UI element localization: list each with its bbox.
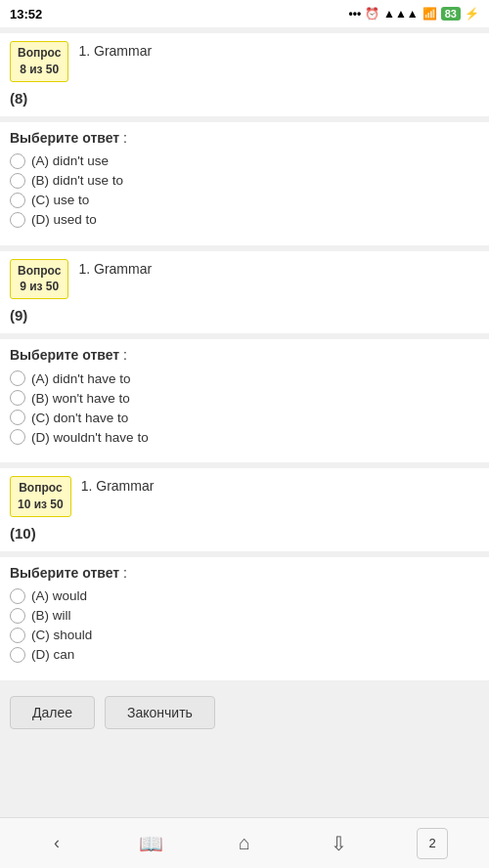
home-button[interactable]: ⌂ <box>225 824 264 863</box>
page-number-badge: 2 <box>417 828 448 859</box>
radio-8-d[interactable] <box>10 212 25 228</box>
option-10-b[interactable]: (B) will <box>10 608 479 624</box>
radio-10-c[interactable] <box>10 628 25 643</box>
scroll-content: Вопрос 8 из 50 1. Grammar (8) Выберите о… <box>0 27 489 817</box>
option-10-d[interactable]: (D) can <box>10 647 479 663</box>
option-text-10-d: (D) can <box>31 647 74 662</box>
option-text-9-c: (C) don't have to <box>31 411 128 425</box>
question-block-8: Вопрос 8 из 50 1. Grammar (8) <box>0 33 489 116</box>
option-8-d[interactable]: (D) used to <box>10 212 479 228</box>
option-text-8-c: (C) use to <box>31 193 89 207</box>
question-header-9: Вопрос 9 из 50 1. Grammar <box>0 251 489 304</box>
question-number-10: (10) <box>0 521 489 551</box>
option-text-8-d: (D) used to <box>31 212 97 227</box>
question-label-8: Вопрос 8 из 50 <box>10 41 68 82</box>
option-9-a[interactable]: (A) didn't have to <box>10 370 479 386</box>
option-text-9-d: (D) wouldn't have to <box>31 430 149 445</box>
bottom-buttons: Далее Закончить <box>0 686 489 739</box>
home-icon: ⌂ <box>239 832 250 854</box>
answer-section-8: Выберите ответ : (A) didn't use (B) didn… <box>0 122 489 245</box>
option-text-10-c: (C) should <box>31 628 92 642</box>
radio-9-b[interactable] <box>10 390 25 406</box>
grammar-label-8: 1. Grammar <box>78 41 152 59</box>
option-9-d[interactable]: (D) wouldn't have to <box>10 429 479 445</box>
back-button[interactable]: ‹ <box>37 824 76 863</box>
status-time: 13:52 <box>10 7 42 22</box>
option-8-c[interactable]: (C) use to <box>10 193 479 208</box>
bookmarks-button[interactable]: 📖 <box>131 824 170 863</box>
option-9-b[interactable]: (B) won't have to <box>10 390 479 406</box>
radio-8-a[interactable] <box>10 153 25 169</box>
prompt-10: Выберите ответ : <box>10 565 479 581</box>
question-number-8: (8) <box>0 86 489 116</box>
download-button[interactable]: ⇩ <box>319 824 358 863</box>
prompt-8: Выберите ответ : <box>10 130 479 146</box>
answer-section-9: Выберите ответ : (A) didn't have to (B) … <box>0 339 489 462</box>
radio-9-a[interactable] <box>10 370 25 386</box>
question-block-10: Вопрос 10 из 50 1. Grammar (10) <box>0 468 489 551</box>
option-9-c[interactable]: (C) don't have to <box>10 410 479 425</box>
radio-10-a[interactable] <box>10 588 25 604</box>
radio-9-d[interactable] <box>10 429 25 445</box>
radio-8-b[interactable] <box>10 173 25 189</box>
page-number-button[interactable]: 2 <box>413 824 452 863</box>
option-text-10-a: (A) would <box>31 588 87 603</box>
prompt-9: Выберите ответ : <box>10 347 479 363</box>
grammar-label-9: 1. Grammar <box>78 259 152 277</box>
back-icon: ‹ <box>54 833 60 853</box>
answer-section-10: Выберите ответ : (A) would (B) will (C) … <box>0 557 489 680</box>
battery-indicator: 83 <box>441 7 461 21</box>
option-text-10-b: (B) will <box>31 608 71 623</box>
option-10-a[interactable]: (A) would <box>10 588 479 604</box>
finish-button[interactable]: Закончить <box>105 696 215 729</box>
grammar-label-10: 1. Grammar <box>81 476 155 494</box>
option-text-9-b: (B) won't have to <box>31 391 130 406</box>
radio-10-b[interactable] <box>10 608 25 624</box>
radio-9-c[interactable] <box>10 410 25 425</box>
signal-icon: ▲▲▲ <box>383 7 419 21</box>
nav-bar: ‹ 📖 ⌂ ⇩ 2 <box>0 817 489 868</box>
status-dots: ••• <box>349 7 362 21</box>
question-header-8: Вопрос 8 из 50 1. Grammar <box>0 33 489 86</box>
question-block-9: Вопрос 9 из 50 1. Grammar (9) <box>0 251 489 334</box>
next-button[interactable]: Далее <box>10 696 95 729</box>
wifi-icon: 📶 <box>422 7 437 21</box>
option-8-b[interactable]: (B) didn't use to <box>10 173 479 189</box>
status-bar: 13:52 ••• ⏰ ▲▲▲ 📶 83 ⚡ <box>0 0 489 27</box>
alarm-icon: ⏰ <box>365 7 379 21</box>
question-header-10: Вопрос 10 из 50 1. Grammar <box>0 468 489 521</box>
bookmarks-icon: 📖 <box>139 832 163 855</box>
status-icons: ••• ⏰ ▲▲▲ 📶 83 ⚡ <box>349 7 480 21</box>
question-label-10: Вопрос 10 из 50 <box>10 476 71 517</box>
option-text-9-a: (A) didn't have to <box>31 371 131 386</box>
question-label-9: Вопрос 9 из 50 <box>10 259 68 300</box>
download-icon: ⇩ <box>331 832 347 855</box>
option-text-8-b: (B) didn't use to <box>31 173 123 188</box>
radio-8-c[interactable] <box>10 193 25 208</box>
question-number-9: (9) <box>0 303 489 333</box>
radio-10-d[interactable] <box>10 647 25 663</box>
charge-icon: ⚡ <box>465 7 479 21</box>
option-text-8-a: (A) didn't use <box>31 153 109 168</box>
option-8-a[interactable]: (A) didn't use <box>10 153 479 169</box>
option-10-c[interactable]: (C) should <box>10 628 479 643</box>
